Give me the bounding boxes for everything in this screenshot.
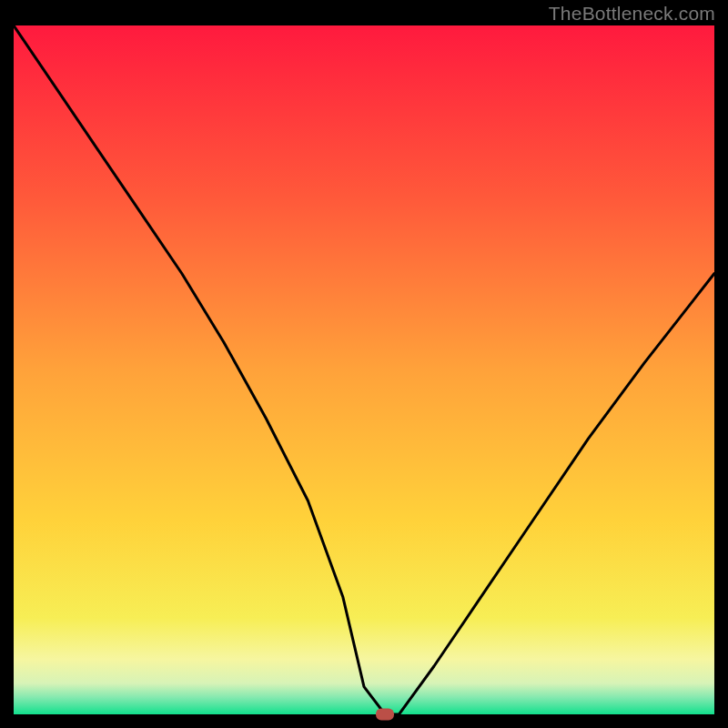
chart-frame: TheBottleneck.com [0, 0, 728, 728]
gradient-rect [14, 25, 714, 714]
watermark-text: TheBottleneck.com [549, 3, 715, 25]
plot-area [14, 25, 714, 714]
optimum-marker [376, 709, 394, 721]
chart-svg [14, 25, 714, 714]
